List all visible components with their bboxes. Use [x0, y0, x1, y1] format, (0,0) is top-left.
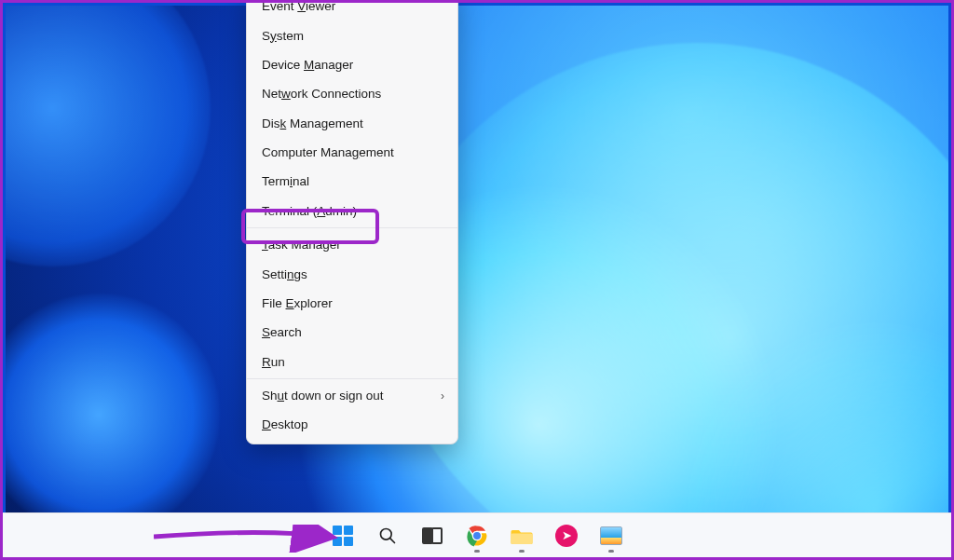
menu-item-label: Search [262, 325, 302, 339]
desktop-wallpaper [6, 6, 948, 554]
menu-item-label: File Explorer [262, 296, 333, 310]
pink-app-icon: ➤ [555, 525, 578, 547]
menu-item-label: Device Manager [262, 58, 353, 72]
menu-item-disk-management[interactable]: Disk Management [247, 109, 457, 138]
menu-item-terminal-admin[interactable]: Terminal (Admin) [247, 197, 457, 225]
menu-item-event-viewer[interactable]: Event Viewer [247, 0, 457, 20]
svg-rect-2 [333, 537, 342, 546]
menu-item-label: System [262, 29, 304, 43]
menu-item-label: Terminal [262, 174, 309, 188]
task-view-button[interactable] [414, 517, 451, 554]
control-panel-icon [600, 526, 622, 545]
menu-item-file-explorer[interactable]: File Explorer [247, 289, 457, 318]
menu-item-desktop[interactable]: Desktop [247, 410, 457, 439]
menu-item-system[interactable]: System [247, 20, 457, 49]
start-icon [333, 526, 353, 546]
menu-item-task-manager[interactable]: Task Manager [247, 230, 457, 259]
chrome-app[interactable] [458, 517, 496, 554]
menu-separator [247, 378, 457, 379]
menu-item-label: Disk Management [262, 116, 363, 130]
svg-rect-0 [333, 526, 342, 535]
menu-item-label: Computer Management [262, 145, 394, 159]
svg-rect-1 [344, 526, 353, 535]
winx-context-menu: Event ViewerSystemDevice ManagerNetwork … [246, 0, 458, 444]
menu-item-label: Event Viewer [262, 0, 335, 13]
control-panel-app[interactable] [593, 517, 630, 554]
menu-item-label: Run [262, 355, 285, 369]
taskbar: ➤ [3, 512, 951, 557]
folder-icon [511, 526, 533, 545]
menu-item-label: Settings [262, 267, 307, 281]
menu-item-label: Network Connections [262, 87, 381, 101]
menu-item-label: Shut down or sign out [262, 389, 384, 403]
menu-item-terminal[interactable]: Terminal [247, 167, 457, 196]
menu-item-shutdown-signout[interactable]: Shut down or sign out› [247, 381, 457, 410]
pinned-app-pink[interactable]: ➤ [548, 517, 585, 554]
menu-item-network-connections[interactable]: Network Connections [247, 79, 457, 108]
menu-separator [247, 227, 457, 228]
chevron-right-icon: › [441, 389, 444, 403]
search-icon [378, 526, 397, 545]
svg-rect-3 [344, 537, 353, 546]
file-explorer-app[interactable] [503, 517, 540, 554]
menu-item-label: Terminal (Admin) [262, 204, 357, 218]
menu-item-label: Task Manager [262, 238, 341, 252]
menu-item-search[interactable]: Search [247, 318, 457, 347]
menu-item-run[interactable]: Run [247, 348, 457, 376]
chrome-icon [466, 525, 488, 547]
start-button[interactable] [324, 517, 361, 554]
menu-item-device-manager[interactable]: Device Manager [247, 50, 457, 79]
search-button[interactable] [369, 517, 406, 554]
menu-item-label: Desktop [262, 417, 308, 431]
menu-item-settings[interactable]: Settings [247, 259, 457, 288]
svg-line-5 [390, 538, 395, 542]
task-view-icon [422, 527, 443, 544]
menu-item-computer-management[interactable]: Computer Management [247, 138, 457, 167]
